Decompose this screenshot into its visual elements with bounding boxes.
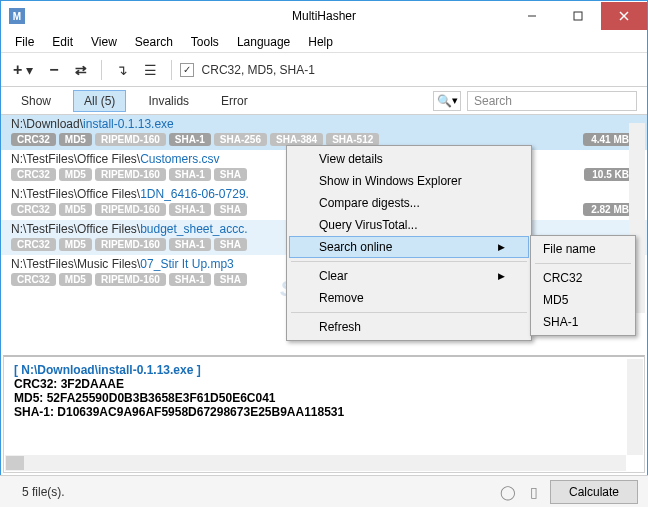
sub-crc32[interactable]: CRC32 [533,267,633,289]
remove-button[interactable]: − [43,57,64,83]
hash-badge: SHA-1 [169,203,211,216]
menu-view[interactable]: View [83,33,125,51]
maximize-button[interactable] [555,2,601,30]
stop-icon[interactable]: ◯ [498,482,518,502]
hash-badge: SHA-1 [169,238,211,251]
search-icon: 🔍 [437,94,452,108]
toolbar-separator [101,60,102,80]
search-input[interactable]: Search [467,91,637,111]
hash-badge: MD5 [59,238,92,251]
scrollbar-thumb[interactable] [6,456,24,470]
chevron-right-icon: ▶ [498,271,505,281]
hash-badge: CRC32 [11,238,56,251]
pause-icon[interactable]: ▯ [524,482,544,502]
ctx-show-explorer[interactable]: Show in Windows Explorer [289,170,529,192]
chevron-right-icon: ▶ [498,242,505,252]
file-name: install-0.1.13.exe [83,117,174,131]
filter-show-label: Show [11,91,61,111]
hash-types-checkbox[interactable] [180,63,194,77]
hash-badge: RIPEMD-160 [95,203,166,216]
file-name: budget_sheet_accc. [140,222,247,236]
minimize-button[interactable] [509,2,555,30]
menu-tools[interactable]: Tools [183,33,227,51]
ctx-separator [291,312,527,313]
hash-badge: MD5 [59,168,92,181]
search-options-button[interactable]: 🔍▾ [433,91,461,111]
details-md5: MD5: 52FA25590D0B3B3658E3F61D50E6C041 [14,391,634,405]
sub-sha1[interactable]: SHA-1 [533,311,633,333]
menu-search[interactable]: Search [127,33,181,51]
calculate-button[interactable]: Calculate [550,480,638,504]
hash-badge: RIPEMD-160 [95,273,166,286]
menubar: File Edit View Search Tools Language Hel… [1,31,647,53]
hash-badge: SHA-1 [169,133,211,146]
hash-badge: CRC32 [11,168,56,181]
ctx-query-vt[interactable]: Query VirusTotal... [289,214,529,236]
hash-badge: MD5 [59,133,92,146]
ctx-search-online[interactable]: Search online▶ [289,236,529,258]
menu-file[interactable]: File [7,33,42,51]
hash-badge: RIPEMD-160 [95,238,166,251]
details-scrollbar-v[interactable] [627,359,643,455]
window-controls [509,2,647,30]
hash-badge: CRC32 [11,203,56,216]
close-button[interactable] [601,2,647,30]
ctx-compare[interactable]: Compare digests... [289,192,529,214]
app-icon: M [9,8,25,24]
export-button[interactable]: ☰ [138,58,163,82]
filterbar: Show All (5) Invalids Error 🔍▾ Search [1,87,647,115]
details-sha1: SHA-1: D10639AC9A96AF5958D67298673E25B9A… [14,405,634,419]
details-header: [ N:\Download\install-0.1.13.exe ] [14,363,634,377]
file-name: 1DN_6416-06-0729. [140,187,249,201]
ctx-refresh[interactable]: Refresh [289,316,529,338]
search-area: 🔍▾ Search [433,91,637,111]
sub-md5[interactable]: MD5 [533,289,633,311]
toolbar-separator [171,60,172,80]
details-scrollbar-h[interactable] [5,455,626,471]
svg-rect-1 [574,12,582,20]
toolbar: + ▾ − ⇄ ↴ ☰ CRC32, MD5, SHA-1 [1,53,647,87]
paste-button[interactable]: ↴ [110,58,134,82]
hash-badge: RIPEMD-160 [95,168,166,181]
hash-badge: SHA [214,273,247,286]
sub-filename[interactable]: File name [533,238,633,260]
status-text: 5 file(s). [10,485,65,499]
hash-badge: SHA-1 [169,273,211,286]
hash-badge: SHA [214,168,247,181]
filter-error[interactable]: Error [211,91,258,111]
ctx-view-details[interactable]: View details [289,148,529,170]
filter-all[interactable]: All (5) [73,90,126,112]
titlebar: M MultiHasher [1,1,647,31]
details-crc32: CRC32: 3F2DAAAE [14,377,634,391]
hash-types-label: CRC32, MD5, SHA-1 [202,63,315,77]
hash-badge: SHA [214,203,247,216]
ctx-separator [291,261,527,262]
add-button[interactable]: + ▾ [7,57,39,83]
clear-button[interactable]: ⇄ [69,58,93,82]
window-title: MultiHasher [292,9,356,23]
hash-badge: CRC32 [11,133,56,146]
file-path: N:\Download\install-0.1.13.exe [11,117,637,131]
filter-invalids[interactable]: Invalids [138,91,199,111]
hash-badge: MD5 [59,203,92,216]
context-menu: View details Show in Windows Explorer Co… [286,145,532,341]
hash-badge: CRC32 [11,273,56,286]
ctx-separator [535,263,631,264]
menu-language[interactable]: Language [229,33,298,51]
submenu: File name CRC32 MD5 SHA-1 [530,235,636,336]
hash-badge: SHA [214,238,247,251]
statusbar: 5 file(s). ◯ ▯ Calculate [0,475,648,507]
hash-badge: SHA-1 [169,168,211,181]
hash-badge: SHA-256 [214,133,267,146]
ctx-clear[interactable]: Clear▶ [289,265,529,287]
file-name: Customers.csv [140,152,219,166]
hash-badge: RIPEMD-160 [95,133,166,146]
hash-badge: MD5 [59,273,92,286]
file-name: 07_Stir It Up.mp3 [140,257,233,271]
menu-edit[interactable]: Edit [44,33,81,51]
ctx-remove[interactable]: Remove [289,287,529,309]
menu-help[interactable]: Help [300,33,341,51]
